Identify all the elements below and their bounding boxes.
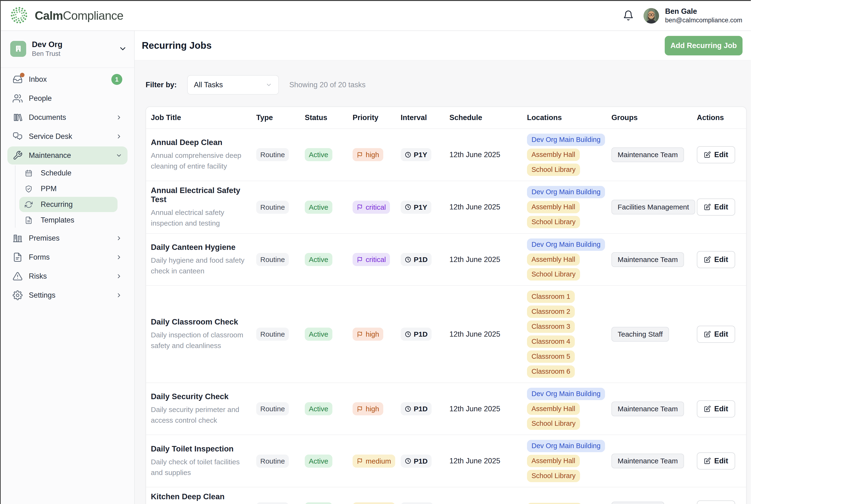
job-description: Daily hygiene and food safety check in c…	[151, 255, 249, 276]
sidebar-item-recurring[interactable]: Recurring	[19, 197, 118, 212]
filter-bar: Filter by: All Tasks Showing 20 of 20 ta…	[146, 75, 746, 95]
sidebar-item-label: Settings	[29, 291, 55, 299]
location-tag: Classroom 1	[527, 290, 575, 303]
table-row: Daily Toilet InspectionDaily check of to…	[146, 435, 746, 487]
type-badge: Routine	[256, 502, 289, 504]
column-header-locations: Locations	[527, 113, 611, 122]
sidebar-item-schedule[interactable]: Schedule	[19, 165, 118, 181]
edit-button[interactable]: Edit	[697, 501, 735, 504]
chevron-down-icon	[115, 152, 122, 159]
priority-badge: medium	[353, 502, 395, 504]
column-header-interval: Interval	[401, 113, 449, 122]
type-badge: Routine	[256, 402, 289, 415]
sidebar-item-templates[interactable]: Templates	[19, 213, 118, 228]
group-tag: Maintenance Team	[611, 402, 684, 416]
priority-badge: critical	[353, 201, 390, 214]
job-description: Daily check of toilet facilities and sup…	[151, 457, 249, 478]
type-badge: Routine	[256, 455, 289, 468]
sidebar-item-documents[interactable]: Documents	[7, 108, 127, 126]
location-tag: School Library	[527, 268, 580, 280]
edit-icon	[704, 331, 711, 338]
table-row: Daily Classroom CheckDaily inspection of…	[146, 285, 746, 382]
group-tag: Maintenance Team	[611, 147, 684, 162]
sidebar-item-ppm[interactable]: PPM	[19, 181, 118, 196]
flag-icon	[357, 256, 363, 263]
documents-icon	[13, 113, 23, 123]
user-menu[interactable]: Ben Gale ben@calmcompliance.com	[643, 7, 742, 24]
topbar: CalmCompliance	[1, 1, 751, 31]
interval-badge: P1D	[401, 402, 432, 415]
table-header: Job TitleTypeStatusPriorityIntervalSched…	[146, 107, 746, 128]
chevron-right-icon	[115, 254, 122, 261]
edit-button[interactable]: Edit	[697, 146, 735, 163]
org-selector[interactable]: Dev Org Ben Trust	[1, 31, 134, 68]
schedule-date: 12th June 2025	[449, 330, 500, 338]
location-tag: School Library	[527, 163, 580, 176]
task-filter-select[interactable]: All Tasks	[187, 75, 279, 95]
edit-button[interactable]: Edit	[697, 400, 735, 417]
location-tag: Classroom 2	[527, 306, 575, 318]
locations: Dev Org Main BuildingAssembly HallSchool…	[527, 186, 611, 228]
sidebar-item-forms[interactable]: Forms	[7, 248, 127, 266]
job-title: Annual Electrical Safety Test	[151, 186, 249, 204]
location-tag: School Library	[527, 470, 580, 482]
sidebar-item-service-desk[interactable]: Service Desk	[7, 127, 127, 146]
sidebar-item-premises[interactable]: Premises	[7, 229, 127, 247]
edit-button[interactable]: Edit	[697, 198, 735, 216]
user-email: ben@calmcompliance.com	[665, 16, 742, 24]
flag-icon	[357, 204, 363, 210]
sidebar-submenu: SchedulePPMRecurringTemplates	[15, 165, 134, 228]
interval-badge: P1D	[401, 455, 432, 468]
type-badge: Routine	[256, 328, 289, 341]
locations: Dev Org Main BuildingAssembly HallSchool…	[527, 388, 611, 430]
org-icon	[10, 41, 26, 57]
topbar-right: Ben Gale ben@calmcompliance.com	[623, 7, 742, 24]
clock-icon	[405, 331, 411, 337]
locations: School Kitchen	[527, 503, 611, 504]
group-tag: Teaching Staff	[611, 327, 669, 342]
status-badge: Active	[305, 502, 332, 504]
sidebar-item-maintenance[interactable]: Maintenance	[7, 147, 127, 164]
priority-badge: medium	[353, 455, 395, 468]
sidebar-item-inbox[interactable]: Inbox1	[7, 70, 127, 89]
location-tag: School Library	[527, 216, 580, 228]
bell-icon	[623, 10, 634, 22]
location-tag: School Library	[527, 417, 580, 430]
location-tag: Assembly Hall	[527, 149, 580, 161]
interval-badge: P1Y	[401, 148, 431, 161]
edit-button[interactable]: Edit	[697, 326, 735, 343]
edit-icon	[704, 204, 711, 211]
task-count: Showing 20 of 20 tasks	[289, 81, 366, 89]
job-description: Annual comprehensive deep cleaning of en…	[151, 150, 249, 171]
location-tag: Dev Org Main Building	[527, 440, 605, 452]
type-badge: Routine	[256, 201, 289, 214]
add-recurring-job-button[interactable]: Add Recurring Job	[665, 36, 743, 55]
job-description: Annual electrical safety inspection and …	[151, 207, 249, 228]
interval-badge: P1Y	[401, 201, 431, 214]
sidebar-item-risks[interactable]: Risks	[7, 267, 127, 285]
sidebar-item-label: Documents	[29, 113, 66, 122]
sidebar-item-settings[interactable]: Settings	[7, 286, 127, 304]
location-tag: Assembly Hall	[527, 455, 580, 467]
org-name: Dev Org	[32, 40, 62, 49]
sidebar-item-people[interactable]: People	[7, 89, 127, 107]
locations: Dev Org Main BuildingAssembly HallSchool…	[527, 134, 611, 176]
table-row: Annual Electrical Safety TestAnnual elec…	[146, 181, 746, 233]
location-tag: Dev Org Main Building	[527, 388, 605, 400]
sidebar-item-label: People	[29, 94, 52, 103]
edit-button[interactable]: Edit	[697, 251, 735, 268]
location-tag: School Kitchen	[527, 503, 582, 504]
edit-button[interactable]: Edit	[697, 453, 735, 470]
location-tag: Dev Org Main Building	[527, 134, 605, 146]
brand-logo: CalmCompliance	[10, 6, 123, 26]
notifications-button[interactable]	[623, 10, 634, 22]
flag-icon	[357, 331, 363, 337]
job-description: Daily security perimeter and access cont…	[151, 404, 249, 425]
sidebar-item-label: Templates	[41, 216, 74, 225]
brand-name-bold: Calm	[35, 9, 63, 22]
status-badge: Active	[305, 455, 332, 468]
sidebar-item-label: Recurring	[41, 200, 73, 209]
chevron-right-icon	[115, 114, 122, 121]
settings-icon	[13, 290, 23, 300]
status-badge: Active	[305, 148, 332, 161]
